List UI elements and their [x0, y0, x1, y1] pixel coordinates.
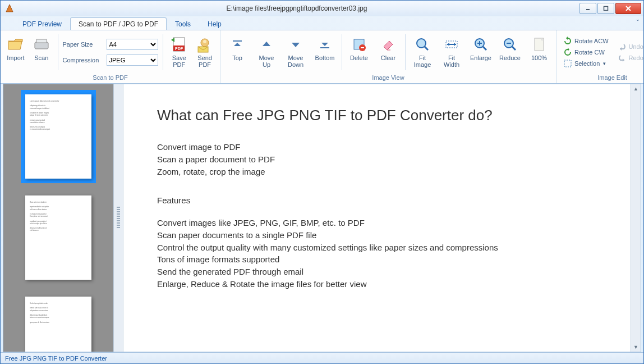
- redo-button[interactable]: Redo: [617, 52, 644, 63]
- doc-feature: Enlarge, Reduce & Rotate the image files…: [157, 278, 597, 290]
- rotate-cw-icon: [563, 48, 572, 57]
- statusbar: Free JPG PNG TIF to PDF Converter: [1, 352, 643, 363]
- enlarge-button[interactable]: Enlarge: [467, 33, 494, 71]
- svg-point-11: [203, 40, 206, 43]
- window-title: E:\image files\freejpgpngtiftopdfconvert…: [14, 4, 579, 12]
- paper-size-select[interactable]: A4: [107, 39, 158, 50]
- ribbon-group-image-edit: Rotate ACW Rotate CW Selection▾ Undo Red…: [556, 30, 644, 83]
- ribbon-group-image-view: Top Move Up Move Down Bottom Delete Clea…: [220, 30, 556, 83]
- doc-feature: Scan paper documents to a single PDF fil…: [157, 229, 597, 242]
- doc-feature: Control the output quality with many cus…: [157, 242, 597, 254]
- svg-text:PDF: PDF: [175, 47, 183, 51]
- scanner-icon: [33, 35, 50, 53]
- clear-button[interactable]: Clear: [375, 33, 402, 71]
- scroll-down-icon[interactable]: ▼: [631, 343, 641, 352]
- thumbnail-pane[interactable]: Lorem ipsum dolor sit amet consecteturad…: [3, 84, 113, 352]
- svg-marker-16: [292, 43, 300, 47]
- svg-line-34: [512, 47, 516, 50]
- reduce-button[interactable]: Reduce: [496, 33, 523, 71]
- undo-icon: [618, 42, 627, 51]
- delete-button[interactable]: Delete: [346, 33, 372, 71]
- preview-scrollbar[interactable]: ▲ ▼: [631, 84, 641, 352]
- rotate-cw-button[interactable]: Rotate CW: [562, 47, 610, 58]
- bottom-button[interactable]: Bottom: [311, 33, 338, 71]
- arrow-down-icon: [287, 35, 305, 53]
- tab-help[interactable]: Help: [199, 17, 230, 30]
- arrow-bottom-icon: [316, 35, 334, 53]
- svg-marker-15: [263, 42, 270, 46]
- ribbon: Import Scan Paper Size A4 Compression JP…: [1, 30, 643, 84]
- ribbon-collapse-icon[interactable]: ˇ: [637, 19, 639, 27]
- svg-rect-6: [36, 39, 47, 43]
- doc-heading: What can Free JPG PNG TIF to PDF Convert…: [157, 107, 597, 124]
- fit-width-icon: [443, 35, 461, 53]
- undo-button[interactable]: Undo: [617, 41, 644, 52]
- fit-image-button[interactable]: Fit Image: [409, 33, 436, 71]
- save-pdf-button[interactable]: PDF Save PDF: [167, 33, 191, 71]
- thumbnail-1[interactable]: Lorem ipsum dolor sit amet consecteturad…: [21, 90, 96, 183]
- app-window: E:\image files\freejpgpngtiftopdfconvert…: [0, 0, 644, 364]
- doc-feature: Send the generated PDF through email: [157, 266, 597, 278]
- thumbnail-2[interactable]: Duis aute irure dolor inreprehenderit in…: [21, 191, 96, 284]
- top-button[interactable]: Top: [224, 33, 251, 71]
- svg-marker-14: [234, 43, 241, 46]
- zoom-out-icon: [501, 35, 519, 53]
- selection-button[interactable]: Selection▾: [562, 58, 610, 69]
- thumbnail-3[interactable]: Sed ut perspiciatis undeomnis iste natus…: [21, 292, 96, 352]
- svg-marker-36: [566, 37, 568, 40]
- minimize-button[interactable]: [579, 3, 596, 14]
- save-pdf-icon: PDF: [170, 35, 188, 53]
- tab-scan-to-pdf[interactable]: Scan to PDF / JPG to PDF: [70, 17, 167, 30]
- tab-tools[interactable]: Tools: [167, 17, 199, 30]
- folder-open-icon: [7, 35, 25, 53]
- tab-pdf-preview[interactable]: PDF Preview: [14, 17, 70, 30]
- arrow-up-icon: [257, 35, 275, 53]
- content-area: Lorem ipsum dolor sit amet consecteturad…: [3, 84, 641, 352]
- scan-button[interactable]: Scan: [30, 33, 53, 71]
- close-button[interactable]: [615, 3, 641, 14]
- ribbon-group-scan-label: Scan to PDF: [4, 73, 217, 82]
- maximize-button[interactable]: [597, 3, 614, 14]
- svg-rect-2: [604, 7, 608, 11]
- svg-line-31: [483, 47, 486, 50]
- move-up-button[interactable]: Move Up: [253, 33, 280, 71]
- status-text: Free JPG PNG TIF to PDF Converter: [5, 355, 107, 362]
- doc-feature: Tons of image formats supported: [157, 253, 597, 266]
- fit-width-button[interactable]: Fit Width: [438, 33, 465, 71]
- compression-select[interactable]: JPEG: [107, 54, 158, 66]
- svg-rect-5: [35, 42, 48, 49]
- eraser-icon: [379, 35, 397, 53]
- doc-line: Convert image to PDF: [157, 141, 597, 153]
- compression-label: Compression: [63, 57, 103, 63]
- redo-icon: [618, 53, 627, 62]
- paper-size-label: Paper Size: [63, 41, 103, 48]
- doc-line: Scan a paper document to PDF: [157, 153, 597, 166]
- app-icon: [5, 4, 14, 13]
- ribbon-group-image-view-label: Image View: [224, 73, 553, 82]
- titlebar: E:\image files\freejpgpngtiftopdfconvert…: [1, 1, 643, 16]
- scroll-up-icon[interactable]: ▲: [631, 84, 641, 93]
- send-pdf-button[interactable]: Send PDF: [193, 33, 217, 71]
- ribbon-group-scan: Import Scan Paper Size A4 Compression JP…: [1, 30, 220, 83]
- doc-line: Zoom, rotate, crop the image: [157, 166, 597, 178]
- import-button[interactable]: Import: [4, 33, 27, 71]
- move-down-button[interactable]: Move Down: [282, 33, 309, 71]
- scan-settings: Paper Size A4 Compression JPEG: [63, 37, 158, 68]
- svg-line-23: [425, 47, 428, 50]
- selection-icon: [563, 59, 572, 68]
- send-pdf-icon: [196, 35, 214, 53]
- svg-marker-27: [454, 43, 456, 46]
- rotate-acw-button[interactable]: Rotate ACW: [562, 35, 610, 47]
- delete-icon: [350, 35, 368, 53]
- zoom-in-icon: [472, 35, 490, 53]
- svg-marker-37: [568, 48, 569, 51]
- zoom-100-button[interactable]: 100%: [526, 33, 553, 71]
- rotate-stack: Rotate ACW Rotate CW Selection▾: [560, 34, 612, 70]
- undo-redo-stack: Undo Redo: [614, 40, 644, 65]
- page-icon: [530, 35, 548, 53]
- preview-pane[interactable]: What can Free JPG PNG TIF to PDF Convert…: [123, 84, 631, 352]
- ribbon-tabbar: PDF Preview Scan to PDF / JPG to PDF Too…: [1, 16, 643, 30]
- splitter[interactable]: [113, 84, 123, 352]
- svg-point-22: [417, 39, 426, 48]
- arrow-top-icon: [228, 35, 246, 53]
